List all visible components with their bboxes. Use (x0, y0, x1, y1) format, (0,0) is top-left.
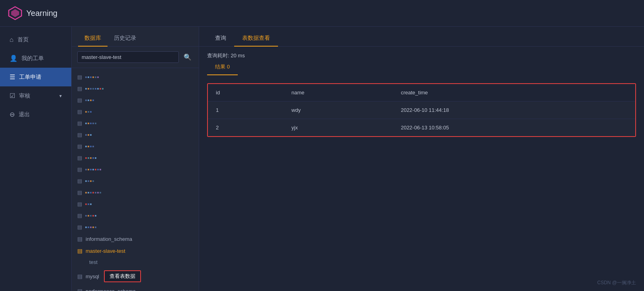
table-row: 2 yjx 2022-06-13 10:58:05 (208, 119, 635, 137)
db-list: ▤ ▤ (72, 68, 199, 291)
cell-createtime-2: 2022-06-13 10:58:05 (393, 119, 635, 137)
db-panel-tabs: 数据库 历史记录 (72, 27, 199, 47)
db-list-item-blur-11[interactable]: ▤ (72, 187, 199, 198)
col-id: id (208, 84, 284, 102)
table-icon-mysql: ▤ (77, 273, 82, 279)
cell-name-2: yjx (284, 119, 393, 137)
cell-name-1: wdy (284, 102, 393, 119)
db-list-item-blur-5[interactable]: ▤ (72, 117, 199, 129)
db-item-label-performance-schema: performance_schema (86, 288, 136, 291)
sidebar-item-home-label: 首页 (18, 36, 29, 43)
db-item-label-master-slave-test: master-slave-test (86, 248, 125, 254)
logo: Yearning (8, 6, 57, 20)
logo-text: Yearning (26, 9, 57, 18)
db-list-item-blur-2[interactable]: ▤ (72, 83, 199, 94)
table-header-row: id name create_time (208, 84, 635, 102)
table-icon-13: ▤ (77, 213, 82, 219)
query-time-label: 查询耗时: (207, 53, 229, 59)
db-subitem-test-label: test (89, 259, 98, 265)
home-icon: ⌂ (10, 36, 14, 43)
db-list-item-information-schema[interactable]: ▤ information_schema (72, 233, 199, 245)
logout-icon: ⊖ (10, 111, 15, 118)
db-list-item-blur-6[interactable]: ▤ (72, 129, 199, 141)
table-body: 1 wdy 2022-06-10 11:44:18 2 yjx 2022-06-… (208, 102, 635, 137)
cell-createtime-1: 2022-06-10 11:44:18 (393, 102, 635, 119)
db-list-item-blur-10[interactable]: ▤ (72, 175, 199, 187)
db-list-item-blur-8[interactable]: ▤ (72, 152, 199, 164)
view-table-data-popup[interactable]: 查看表数据 (104, 270, 141, 282)
footer-watermark: CSDN @一搁净土 (597, 279, 636, 286)
table-head: id name create_time (208, 84, 635, 102)
sidebar: ⌂ 首页 👤 我的工单 ☰ 工单申请 ☑ 审核 ▾ ⊖ 退出 (0, 27, 72, 291)
db-search-input[interactable] (77, 51, 179, 63)
table-icon-7: ▤ (77, 143, 82, 149)
table-icon-12: ▤ (77, 201, 82, 207)
table-icon-10: ▤ (77, 178, 82, 184)
chevron-down-icon: ▾ (59, 93, 62, 99)
sidebar-item-home[interactable]: ⌂ 首页 (0, 31, 71, 49)
cell-id-1: 1 (208, 102, 284, 119)
col-create-time: create_time (393, 84, 635, 102)
db-list-item-blur-3[interactable]: ▤ (72, 94, 199, 106)
sidebar-item-workorder[interactable]: 👤 我的工单 (0, 49, 71, 68)
table-icon-5: ▤ (77, 120, 82, 126)
query-time-value: 20 ms (231, 53, 245, 59)
result-label: 结果 (215, 64, 225, 70)
sidebar-item-audit[interactable]: ☑ 审核 ▾ (0, 86, 71, 105)
data-table-wrapper: id name create_time 1 wdy 2022-06-10 11:… (207, 83, 636, 137)
table-icon-is: ▤ (77, 236, 82, 242)
table-icon-8: ▤ (77, 155, 82, 161)
table-icon-14: ▤ (77, 224, 82, 230)
content-area: 查询 表数据查看 查询耗时: 20 ms 结果 0 id name create… (199, 27, 644, 291)
db-list-item-master-slave-test[interactable]: ▤ master-slave-test (72, 245, 199, 257)
db-panel: 数据库 历史记录 🔍 ▤ ▤ (72, 27, 199, 291)
db-list-item-blur-14[interactable]: ▤ (72, 221, 199, 233)
db-list-item-blur-1[interactable]: ▤ (72, 71, 199, 83)
col-name: name (284, 84, 393, 102)
db-tab-database[interactable]: 数据库 (78, 31, 108, 47)
result-info: 查询耗时: 20 ms (199, 47, 644, 62)
table-icon-4: ▤ (77, 109, 82, 115)
table-icon-3: ▤ (77, 97, 82, 103)
sidebar-item-logout-label: 退出 (19, 111, 30, 118)
db-list-item-blur-13[interactable]: ▤ (72, 210, 199, 221)
table-row: 1 wdy 2022-06-10 11:44:18 (208, 102, 635, 119)
table-icon-2: ▤ (77, 86, 82, 92)
header: Yearning (0, 0, 644, 27)
logo-icon (8, 6, 22, 20)
sidebar-item-apply-label: 工单申请 (19, 74, 41, 81)
sidebar-item-logout[interactable]: ⊖ 退出 (0, 105, 71, 124)
table-icon-mst: ▤ (77, 248, 82, 254)
content-tabs: 查询 表数据查看 (199, 27, 644, 47)
sidebar-item-workorder-label: 我的工单 (22, 55, 44, 62)
db-list-item-performance-schema[interactable]: ▤ performance_schema (72, 285, 199, 291)
result-section: 结果 0 (199, 62, 644, 78)
db-item-label-information-schema: information_schema (86, 236, 132, 242)
svg-marker-1 (11, 9, 19, 17)
user-icon: 👤 (10, 55, 18, 62)
db-tab-history[interactable]: 历史记录 (108, 31, 143, 47)
table-icon: ▤ (77, 74, 82, 80)
main-layout: ⌂ 首页 👤 我的工单 ☰ 工单申请 ☑ 审核 ▾ ⊖ 退出 数据库 历史记录 (0, 27, 644, 291)
result-count-value: 0 (227, 64, 230, 70)
sidebar-item-audit-label: 审核 (19, 92, 30, 100)
db-search-button[interactable]: 🔍 (182, 52, 193, 62)
cell-id-2: 2 (208, 119, 284, 137)
content-tab-table-view[interactable]: 表数据查看 (234, 31, 278, 47)
db-list-item-blur-9[interactable]: ▤ (72, 164, 199, 175)
table-icon-11: ▤ (77, 189, 82, 195)
table-icon-9: ▤ (77, 166, 82, 172)
sidebar-item-audit-left: ☑ 审核 (10, 92, 30, 100)
db-list-item-blur-12[interactable]: ▤ (72, 198, 199, 210)
db-list-item-blur-7[interactable]: ▤ (72, 141, 199, 152)
db-item-label-mysql: mysql (86, 273, 99, 279)
db-subitem-test[interactable]: test (72, 257, 199, 268)
db-list-item-mysql[interactable]: ▤ mysql 查看表数据 (72, 268, 199, 285)
db-list-item-blur-4[interactable]: ▤ (72, 106, 199, 117)
content-tab-query[interactable]: 查询 (207, 31, 234, 47)
sidebar-item-apply[interactable]: ☰ 工单申请 (0, 68, 71, 86)
table-icon-ps: ▤ (77, 288, 82, 291)
result-count: 结果 0 (207, 62, 238, 75)
db-search-area: 🔍 (72, 47, 199, 68)
apply-icon: ☰ (10, 73, 15, 81)
